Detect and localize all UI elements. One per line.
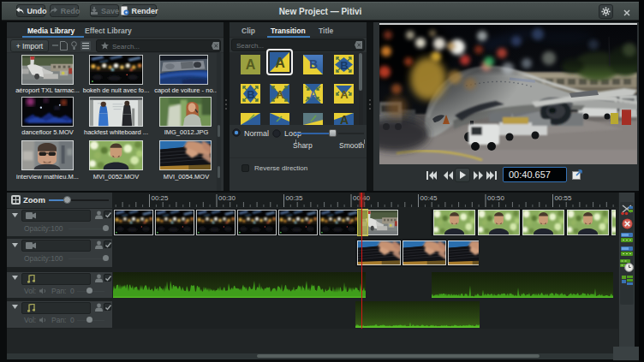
svg-text:A: A: [275, 56, 285, 70]
svg-text:A: A: [340, 113, 349, 125]
svg-text:A: A: [340, 88, 349, 101]
svg-text:A: A: [246, 57, 256, 72]
svg-text:00:50: 00:50: [487, 194, 505, 202]
svg-text:B: B: [247, 88, 254, 101]
svg-text:00:55: 00:55: [555, 194, 573, 202]
svg-text:B: B: [309, 57, 318, 71]
svg-text:00:35: 00:35: [286, 194, 304, 202]
svg-text:00:45: 00:45: [420, 194, 438, 202]
svg-text:00:30: 00:30: [218, 194, 236, 202]
svg-text:00:25: 00:25: [152, 194, 170, 202]
svg-text:B: B: [340, 59, 348, 72]
